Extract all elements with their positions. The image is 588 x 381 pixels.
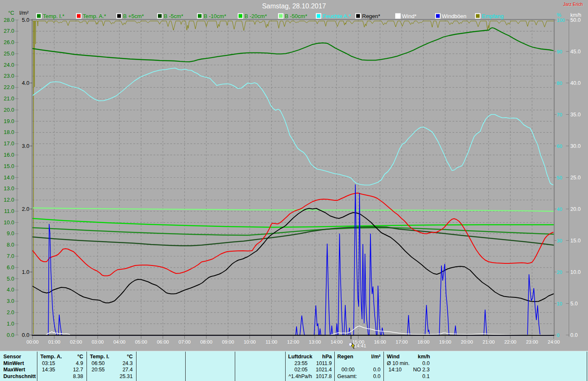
svg-text:04:00: 04:00: [113, 339, 126, 344]
svg-text:Wind*: Wind*: [402, 13, 417, 19]
svg-text:0: 0: [557, 333, 559, 338]
svg-text:l/m²: l/m²: [19, 10, 29, 16]
svg-text:8.0: 8.0: [7, 242, 14, 248]
svg-text:24.0: 24.0: [4, 62, 14, 68]
svg-text:19:00: 19:00: [439, 339, 452, 344]
svg-text:07:00: 07:00: [178, 339, 191, 344]
svg-text:08:00: 08:00: [200, 339, 213, 344]
svg-text:3.0: 3.0: [22, 143, 29, 149]
svg-text:0.0: 0.0: [7, 332, 14, 338]
svg-text:Empfang: Empfang: [482, 13, 504, 19]
svg-text:20: 20: [557, 270, 562, 275]
svg-text:Temp. I.*: Temp. I.*: [43, 13, 64, 19]
svg-text:25.0: 25.0: [4, 50, 14, 57]
svg-text:45.0: 45.0: [570, 49, 580, 55]
svg-text:10: 10: [557, 301, 562, 306]
svg-text:6.0: 6.0: [7, 264, 14, 271]
svg-text:5.0: 5.0: [22, 17, 29, 23]
svg-text:1.0: 1.0: [7, 321, 14, 327]
svg-text:2.0: 2.0: [22, 206, 29, 212]
svg-text:22.0: 22.0: [4, 84, 14, 90]
svg-text:15.0: 15.0: [570, 238, 580, 244]
svg-text:km/h: km/h: [570, 12, 581, 18]
svg-text:06:00: 06:00: [157, 339, 169, 344]
svg-text:5.0: 5.0: [7, 276, 14, 282]
svg-text:21.0: 21.0: [4, 95, 14, 102]
svg-text:14:00: 14:00: [331, 339, 343, 344]
svg-text:17.0: 17.0: [4, 140, 14, 147]
svg-text:35.0: 35.0: [570, 112, 580, 118]
svg-text:B -5cm*: B -5cm*: [164, 13, 183, 19]
svg-text:50: 50: [557, 175, 562, 180]
svg-text:0.0: 0.0: [22, 332, 29, 338]
svg-text:14.0: 14.0: [4, 174, 14, 181]
svg-text:19.0: 19.0: [4, 118, 14, 124]
svg-text:20.0: 20.0: [4, 107, 14, 113]
svg-text:24:00: 24:00: [548, 339, 560, 344]
svg-text:30.0: 30.0: [570, 143, 580, 149]
svg-text:40: 40: [557, 207, 562, 212]
svg-text:°C: °C: [8, 10, 14, 16]
svg-text:B -20cm*: B -20cm*: [244, 13, 267, 19]
svg-text:5.0: 5.0: [570, 301, 578, 307]
svg-text:7.0: 7.0: [7, 253, 14, 259]
svg-text:23.0: 23.0: [4, 73, 14, 79]
svg-text:30: 30: [557, 238, 562, 243]
svg-text:B -10cm*: B -10cm*: [204, 13, 226, 19]
svg-text:100: 100: [557, 18, 565, 23]
svg-text:13:00: 13:00: [309, 339, 321, 344]
svg-text:11:00: 11:00: [265, 339, 277, 344]
svg-text:22:00: 22:00: [504, 339, 517, 344]
svg-text:16:00: 16:00: [374, 339, 386, 344]
svg-text:60: 60: [557, 144, 562, 149]
svg-text:21:00: 21:00: [483, 339, 495, 344]
svg-text:Windböen: Windböen: [442, 13, 467, 19]
svg-text:15.0: 15.0: [4, 163, 14, 169]
svg-text:18:00: 18:00: [417, 339, 430, 344]
svg-text:09:00: 09:00: [222, 339, 234, 344]
svg-text:4.0: 4.0: [7, 286, 14, 293]
svg-text:1.0: 1.0: [22, 269, 29, 275]
svg-text:40.0: 40.0: [570, 80, 580, 86]
svg-text:10:00: 10:00: [244, 339, 256, 344]
svg-text:03:00: 03:00: [92, 339, 104, 344]
svg-text:12.0: 12.0: [4, 197, 14, 203]
svg-text:Temp. A.*: Temp. A.*: [83, 13, 106, 19]
svg-text:26.0: 26.0: [4, 39, 14, 45]
svg-text:4.0: 4.0: [22, 80, 29, 86]
svg-text:10.0: 10.0: [570, 269, 580, 275]
svg-text:20:00: 20:00: [461, 339, 473, 344]
svg-text:Feuchte A.*: Feuchte A.*: [323, 13, 351, 19]
svg-text:B -50cm*: B -50cm*: [285, 13, 307, 19]
svg-text:16.0: 16.0: [4, 152, 14, 158]
svg-text:27.0: 27.0: [4, 28, 14, 34]
svg-text:28.0: 28.0: [4, 17, 14, 23]
svg-text:14:41: 14:41: [354, 343, 366, 348]
svg-text:12:00: 12:00: [287, 339, 299, 344]
svg-text:02:00: 02:00: [70, 339, 82, 344]
svg-text:18.0: 18.0: [4, 129, 14, 135]
svg-text:Regen*: Regen*: [362, 13, 380, 19]
svg-text:0.0: 0.0: [570, 332, 578, 338]
svg-text:70: 70: [557, 112, 562, 117]
svg-text:00:00: 00:00: [26, 339, 39, 344]
svg-text:2.0: 2.0: [7, 309, 14, 315]
svg-text:23:00: 23:00: [526, 339, 538, 344]
svg-text:20.0: 20.0: [570, 206, 580, 212]
svg-text:3.0: 3.0: [7, 298, 14, 304]
svg-text:%: %: [557, 12, 562, 18]
svg-text:B +5cm*: B +5cm*: [123, 13, 144, 19]
svg-text:01:00: 01:00: [48, 339, 60, 344]
svg-text:90: 90: [557, 49, 562, 54]
svg-text:17:00: 17:00: [396, 339, 408, 344]
svg-text:25.0: 25.0: [570, 175, 580, 181]
svg-text:9.0: 9.0: [7, 230, 14, 236]
svg-text:13.0: 13.0: [4, 185, 14, 192]
svg-text:10.0: 10.0: [4, 219, 14, 226]
svg-text:11.0: 11.0: [4, 208, 14, 214]
svg-text:05:00: 05:00: [135, 339, 147, 344]
svg-text:80: 80: [557, 81, 562, 86]
